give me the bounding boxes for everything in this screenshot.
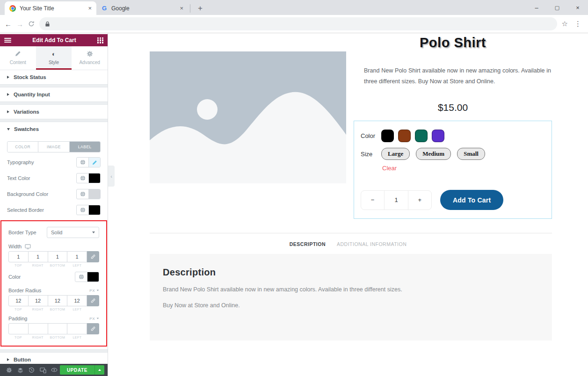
padding-bottom-input[interactable] — [48, 323, 68, 334]
panel-tabs: Content ◐ Style Advanced — [0, 46, 108, 70]
swatch-type-image[interactable]: IMAGE — [38, 142, 69, 152]
browser-menu-icon[interactable]: ⋮ — [574, 20, 581, 28]
color-swatch-purple[interactable] — [432, 130, 444, 142]
link-values-icon[interactable] — [87, 323, 99, 334]
navigator-layers-icon[interactable] — [15, 367, 26, 373]
product-info-column: Polo Shirt Brand New Polo Shirt availabl… — [354, 35, 552, 219]
description-heading: Description — [163, 267, 539, 278]
address-bar[interactable] — [39, 17, 557, 30]
highlighted-border-settings: Border Type Solid Width — [0, 220, 107, 347]
size-option-large[interactable]: Large — [381, 148, 410, 160]
swatch-type-color[interactable]: COLOR — [7, 142, 38, 152]
unit-select-px[interactable]: PX — [89, 289, 99, 293]
product-title: Polo Shirt — [354, 35, 552, 51]
color-swatch-brown[interactable] — [398, 130, 411, 142]
swatch-type-label[interactable]: LABEL — [70, 142, 100, 152]
widgets-grid-icon[interactable] — [97, 37, 103, 43]
unit-select-px[interactable]: PX — [89, 317, 99, 321]
update-options-button[interactable] — [94, 365, 104, 375]
browser-tab-site[interactable]: Your Site Title × — [5, 1, 96, 15]
clear-link[interactable]: Clear — [382, 165, 397, 172]
quantity-increase-button[interactable]: + — [408, 191, 431, 210]
tab-advanced[interactable]: Advanced — [72, 46, 108, 70]
color-label: Color — [361, 132, 381, 139]
tab-separator — [190, 4, 190, 13]
browser-tab-google[interactable]: G Google × — [96, 1, 188, 15]
history-icon[interactable] — [26, 367, 37, 373]
add-to-cart-button[interactable]: Add To Cart — [440, 190, 503, 210]
responsive-mode-icon[interactable] — [37, 367, 49, 373]
link-values-icon[interactable] — [87, 295, 99, 306]
settings-gear-icon[interactable] — [3, 367, 15, 373]
section-variations[interactable]: Variations — [0, 105, 108, 119]
size-label: Size — [361, 151, 381, 158]
border-width-right-input[interactable] — [29, 251, 48, 262]
color-swatch-teal[interactable] — [415, 130, 428, 142]
tab-description[interactable]: DESCRIPTION — [290, 241, 326, 247]
description-paragraph: Brand New Polo Shirt available now in ne… — [163, 286, 539, 293]
chrome-favicon-icon — [9, 5, 16, 12]
panel-collapse-handle[interactable]: ‹ — [108, 166, 115, 187]
section-swatches[interactable]: Swatches — [0, 122, 108, 136]
size-option-small[interactable]: Small — [457, 148, 485, 160]
tab-style[interactable]: ◐ Style — [36, 46, 72, 70]
size-option-medium[interactable]: Medium — [416, 148, 451, 160]
quantity-value[interactable]: 1 — [384, 191, 407, 210]
padding-right-input[interactable] — [29, 323, 48, 334]
background-color-swatch[interactable] — [88, 189, 100, 199]
close-button[interactable]: × — [567, 4, 588, 11]
border-width-inputs — [8, 251, 99, 262]
chevron-right-icon — [7, 110, 9, 113]
edit-typography-button[interactable] — [88, 158, 100, 167]
tab-title: Google — [111, 5, 176, 12]
color-swatch-black[interactable] — [381, 130, 394, 142]
back-icon[interactable]: ← — [5, 20, 12, 28]
description-paragraph: Buy Now at Store and Online. — [163, 302, 539, 309]
global-color-icon[interactable] — [75, 272, 87, 282]
section-quantity-input[interactable]: Quantity Input — [0, 87, 108, 101]
google-favicon-icon: G — [101, 5, 108, 12]
border-radius-right-input[interactable] — [29, 295, 48, 306]
border-width-bottom-input[interactable] — [48, 251, 68, 262]
desktop-responsive-icon[interactable] — [25, 244, 31, 249]
new-tab-button[interactable]: + — [195, 4, 205, 13]
tab-additional-information[interactable]: ADDITIONAL INFORMATION — [337, 241, 407, 247]
product-short-description: Brand New Polo Shirt available now in ne… — [354, 65, 552, 87]
quantity-decrease-button[interactable]: − — [361, 191, 384, 210]
link-values-icon[interactable] — [87, 251, 99, 262]
update-button[interactable]: UPDATE — [60, 365, 94, 375]
selected-border-swatch[interactable] — [88, 205, 100, 215]
tab-close-icon[interactable]: × — [88, 5, 92, 12]
border-width-top-input[interactable] — [8, 251, 29, 262]
tab-close-icon[interactable]: × — [180, 5, 183, 12]
preview-eye-icon[interactable] — [49, 367, 60, 373]
swatch-type-segmented-control: COLOR IMAGE LABEL — [7, 141, 101, 152]
global-color-icon[interactable] — [77, 205, 88, 215]
menu-hamburger-icon[interactable] — [4, 38, 11, 43]
page-preview: Polo Shirt Brand New Polo Shirt availabl… — [108, 33, 588, 376]
browser-tab-strip: Your Site Title × G Google × + – ▢ × — [0, 0, 588, 15]
border-color-swatch[interactable] — [87, 272, 99, 282]
product-price: $15.00 — [354, 102, 552, 113]
section-button[interactable]: Button — [0, 353, 108, 364]
caret-up-icon — [98, 369, 101, 371]
border-radius-top-input[interactable] — [8, 295, 29, 306]
border-width-left-input[interactable] — [67, 251, 87, 262]
section-stock-status[interactable]: Stock Status — [0, 70, 108, 84]
forward-icon[interactable]: → — [16, 20, 23, 28]
minimize-button[interactable]: – — [526, 4, 547, 11]
bookmark-star-icon[interactable]: ☆ — [562, 20, 568, 28]
global-color-icon[interactable] — [77, 189, 88, 199]
border-radius-left-input[interactable] — [67, 295, 87, 306]
global-typography-icon[interactable] — [77, 158, 88, 167]
reload-icon[interactable] — [28, 21, 35, 27]
tab-content[interactable]: Content — [0, 46, 36, 70]
padding-top-input[interactable] — [8, 323, 29, 334]
text-color-swatch[interactable] — [88, 174, 100, 183]
global-color-icon[interactable] — [77, 174, 88, 183]
maximize-button[interactable]: ▢ — [547, 5, 567, 11]
border-type-select[interactable]: Solid — [47, 227, 99, 238]
padding-left-input[interactable] — [67, 323, 87, 334]
chevron-right-icon — [7, 76, 9, 79]
border-radius-bottom-input[interactable] — [48, 295, 68, 306]
